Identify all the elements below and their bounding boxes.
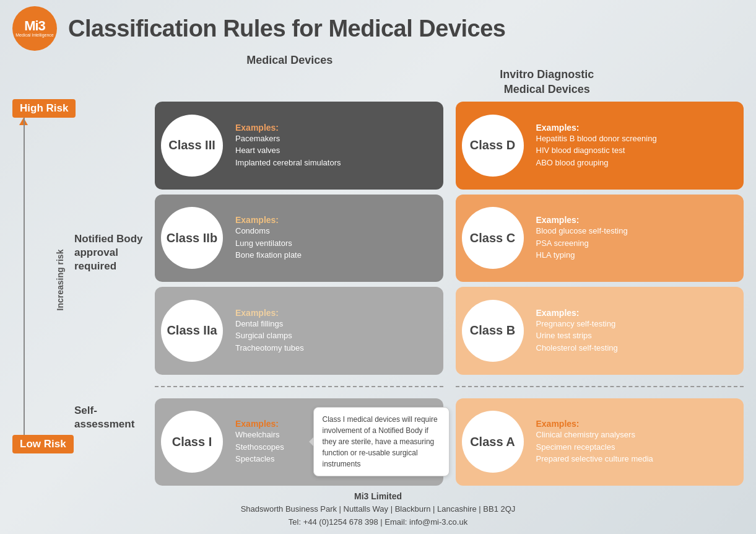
invitro-header: Invitro Diagnostic Medical Devices bbox=[419, 53, 676, 97]
class-d-examples-label: Examples: bbox=[536, 123, 738, 133]
class-d-card: Class D Examples: Hepatitis B blood dono… bbox=[456, 102, 744, 189]
class-iia-circle: Class IIa bbox=[161, 300, 223, 362]
logo-mi3-text: Mi3 bbox=[24, 19, 45, 33]
class-iii-info: Examples: Pacemakers Heart valves Implan… bbox=[229, 118, 443, 174]
main-area: Medical Devices Invitro Diagnostic Medic… bbox=[0, 53, 756, 534]
class-i-label: Class I bbox=[172, 435, 212, 449]
class-d-examples: Hepatitis B blood donor screening HIV bl… bbox=[536, 133, 738, 169]
high-risk-badge: High Risk bbox=[12, 99, 76, 118]
class-a-examples: Clinical chemistry analysers Specimen re… bbox=[536, 429, 738, 465]
header: Mi3 Medical Intelligence Classification … bbox=[0, 0, 756, 53]
class-a-info: Examples: Clinical chemistry analysers S… bbox=[530, 414, 744, 470]
low-risk-badge: Low Risk bbox=[12, 435, 74, 453]
logo-subtitle: Medical Intelligence bbox=[15, 33, 53, 38]
class-a-card: Class A Examples: Clinical chemistry ana… bbox=[456, 398, 744, 486]
medical-devices-column: Class III Examples: Pacemakers Heart val… bbox=[155, 99, 450, 486]
risk-arrow-line bbox=[24, 118, 25, 444]
class-c-examples-label: Examples: bbox=[536, 215, 738, 225]
notified-body-label: Notified Body approval required bbox=[74, 232, 149, 273]
footer-address: Shadsworth Business Park | Nuttalls Way … bbox=[12, 503, 744, 516]
footer-contact: Tel: +44 (0)1254 678 398 | Email: info@m… bbox=[12, 516, 744, 529]
dashed-divider-med bbox=[155, 381, 443, 392]
class-d-label: Class D bbox=[470, 138, 515, 152]
footer: Mi3 Limited Shadsworth Business Park | N… bbox=[12, 486, 744, 534]
class-i-card: Class I Examples: Wheelchairs Stethoscop… bbox=[155, 398, 443, 486]
class-c-card: Class C Examples: Blood glucose self-tes… bbox=[456, 195, 744, 282]
mid-labels-column: Notified Body approval required Self-ass… bbox=[74, 99, 155, 486]
class-iib-examples-label: Examples: bbox=[235, 215, 437, 225]
class-i-circle: Class I bbox=[161, 411, 223, 473]
section-headers: Medical Devices Invitro Diagnostic Medic… bbox=[12, 53, 744, 99]
page-title: Classification Rules for Medical Devices bbox=[68, 15, 506, 42]
class-b-examples: Pregnancy self-testing Urine test strips… bbox=[536, 318, 738, 354]
self-assessment-label: Self-assessment bbox=[74, 404, 149, 431]
class-i-tooltip: Class I medical devices will require inv… bbox=[313, 407, 450, 476]
class-b-label: Class B bbox=[470, 323, 515, 338]
dashed-line-invitro bbox=[456, 386, 744, 387]
logo: Mi3 Medical Intelligence bbox=[12, 6, 57, 51]
class-iia-examples: Dental fillings Surgical clamps Tracheot… bbox=[235, 318, 437, 354]
class-iib-card: Class IIb Examples: Condoms Lung ventila… bbox=[155, 195, 443, 282]
class-iii-circle: Class III bbox=[161, 115, 223, 177]
class-c-examples: Blood glucose self-testing PSA screening… bbox=[536, 225, 738, 261]
class-iia-examples-label: Examples: bbox=[235, 308, 437, 318]
class-iii-label: Class III bbox=[168, 138, 215, 152]
class-d-circle: Class D bbox=[462, 115, 524, 177]
class-a-label: Class A bbox=[470, 435, 515, 449]
class-iib-label: Class IIb bbox=[167, 231, 217, 245]
class-iib-info: Examples: Condoms Lung ventilators Bone … bbox=[229, 210, 443, 266]
class-iii-examples: Pacemakers Heart valves Implanted cerebr… bbox=[235, 133, 437, 169]
class-iia-info: Examples: Dental fillings Surgical clamp… bbox=[229, 303, 443, 359]
class-b-info: Examples: Pregnancy self-testing Urine t… bbox=[530, 303, 744, 359]
dashed-line-med bbox=[155, 386, 443, 387]
class-iii-examples-label: Examples: bbox=[235, 123, 437, 133]
footer-company: Mi3 Limited bbox=[12, 489, 744, 503]
class-iia-card: Class IIa Examples: Dental fillings Surg… bbox=[155, 287, 443, 374]
risk-labels-column: High Risk Low Risk Increasing risk bbox=[12, 99, 74, 486]
page-content: Mi3 Medical Intelligence Classification … bbox=[0, 0, 756, 534]
class-a-circle: Class A bbox=[462, 411, 524, 473]
class-c-info: Examples: Blood glucose self-testing PSA… bbox=[530, 210, 744, 266]
cards-area: High Risk Low Risk Increasing risk Notif… bbox=[12, 99, 744, 486]
class-iii-card: Class III Examples: Pacemakers Heart val… bbox=[155, 102, 443, 189]
dashed-divider-invitro bbox=[456, 381, 744, 392]
class-c-label: Class C bbox=[470, 231, 515, 245]
medical-devices-header: Medical Devices bbox=[161, 53, 419, 97]
class-i-wrapper: Class I Examples: Wheelchairs Stethoscop… bbox=[155, 398, 443, 486]
class-iia-label: Class IIa bbox=[167, 323, 217, 338]
invitro-column: Class D Examples: Hepatitis B blood dono… bbox=[450, 99, 744, 486]
class-c-circle: Class C bbox=[462, 207, 524, 269]
class-b-card: Class B Examples: Pregnancy self-testing… bbox=[456, 287, 744, 374]
class-a-examples-label: Examples: bbox=[536, 419, 738, 429]
class-iib-circle: Class IIb bbox=[161, 207, 223, 269]
class-d-info: Examples: Hepatitis B blood donor screen… bbox=[530, 118, 744, 174]
class-b-examples-label: Examples: bbox=[536, 308, 738, 318]
class-iib-examples: Condoms Lung ventilators Bone fixation p… bbox=[235, 225, 437, 261]
class-b-circle: Class B bbox=[462, 300, 524, 362]
